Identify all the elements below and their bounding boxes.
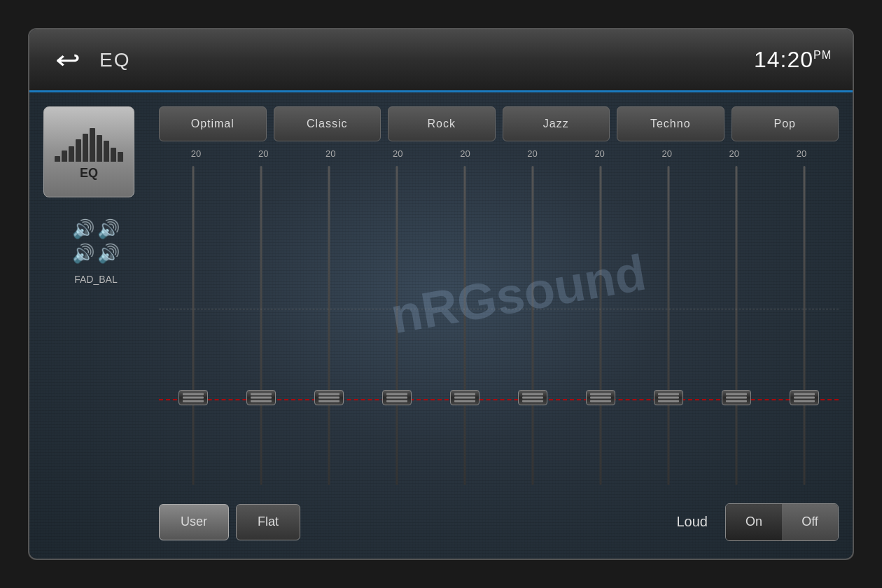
freq-labels: 20202020202020202020: [159, 148, 839, 159]
slider-track-line: [736, 166, 738, 485]
back-button[interactable]: ↩: [50, 43, 85, 78]
preset-btn-classic[interactable]: Classic: [274, 106, 382, 141]
preset-btn-rock[interactable]: Rock: [388, 106, 496, 141]
fad-bal-label: FAD_BAL: [74, 274, 117, 285]
mid-line: [159, 309, 839, 309]
eq-bars-icon: [55, 123, 123, 162]
slider-track-line: [804, 166, 806, 485]
slider-col-1: [172, 162, 214, 489]
slider-handle-body: [790, 390, 819, 405]
freq-label: 20: [720, 148, 748, 159]
preset-row: OptimalClassicRockJazzTechnoPop: [159, 106, 839, 141]
slider-col-5: [444, 162, 486, 489]
eq-icon-box[interactable]: EQ: [43, 106, 134, 197]
slider-col-10: [783, 162, 825, 489]
slider-handle-7[interactable]: [586, 390, 615, 405]
slider-handle-6[interactable]: [518, 390, 547, 405]
front-left-icon: 🔊: [72, 218, 94, 240]
freq-label: 20: [586, 148, 614, 159]
slider-col-7: [580, 162, 622, 489]
slider-track-line: [328, 166, 330, 485]
freq-label: 20: [653, 148, 681, 159]
left-panel: EQ 🔊 🔊 🔊 🔊 FAD_BAL: [43, 106, 148, 545]
slider-handle-2[interactable]: [246, 390, 276, 405]
loud-label: Loud: [677, 514, 708, 530]
slider-col-6: [512, 162, 554, 489]
sliders-track: [159, 162, 839, 489]
sliders-area: 20202020202020202020: [159, 148, 839, 492]
user-button[interactable]: User: [159, 504, 229, 540]
freq-label: 20: [316, 148, 344, 159]
page-title: EQ: [99, 49, 130, 71]
preset-btn-pop[interactable]: Pop: [732, 106, 839, 141]
header: ↩ EQ 14:20PM: [29, 29, 853, 92]
clock: 14:20PM: [754, 47, 832, 73]
fad-bal-control[interactable]: 🔊 🔊 🔊 🔊 FAD_BAL: [43, 218, 148, 285]
flat-button[interactable]: Flat: [236, 504, 300, 540]
loud-toggle: On Off: [725, 503, 839, 541]
loud-on-button[interactable]: On: [726, 504, 782, 540]
slider-handle-body: [246, 390, 276, 405]
slider-handle-4[interactable]: [382, 390, 412, 405]
screen: ↩ EQ 14:20PM EQ 🔊 🔊 🔊 🔊 FAD_BAL: [28, 28, 854, 560]
slider-track-line: [532, 166, 534, 485]
freq-label: 20: [788, 148, 816, 159]
time-value: 14:20: [754, 47, 813, 72]
eq-icon-label: EQ: [80, 166, 98, 181]
loud-off-button[interactable]: Off: [782, 504, 838, 540]
fad-icons: 🔊 🔊 🔊 🔊: [72, 218, 120, 265]
slider-handle-10[interactable]: [790, 390, 819, 405]
slider-col-2: [240, 162, 282, 489]
freq-label: 20: [182, 148, 210, 159]
ampm: PM: [813, 49, 832, 61]
freq-label: 20: [384, 148, 412, 159]
slider-col-4: [376, 162, 418, 489]
slider-track-line: [396, 166, 398, 485]
slider-col-9: [715, 162, 757, 489]
slider-handle-body: [722, 390, 751, 405]
slider-handle-body: [518, 390, 547, 405]
rear-right-icon: 🔊: [97, 243, 120, 265]
slider-handle-8[interactable]: [654, 390, 683, 405]
back-icon: ↩: [55, 46, 80, 75]
slider-handle-body: [586, 390, 615, 405]
slider-handle-body: [450, 390, 479, 405]
slider-handle-body: [314, 390, 344, 405]
slider-track-line: [668, 166, 670, 485]
slider-handle-body: [382, 390, 412, 405]
freq-label: 20: [451, 148, 479, 159]
freq-label: 20: [249, 148, 277, 159]
main-content: EQ 🔊 🔊 🔊 🔊 FAD_BAL OptimalClassicRockJaz…: [29, 92, 853, 559]
slider-handle-body: [178, 390, 208, 405]
slider-handle-5[interactable]: [450, 390, 479, 405]
slider-handle-1[interactable]: [178, 390, 208, 405]
bottom-controls: User Flat Loud On Off: [159, 499, 839, 545]
preset-btn-optimal[interactable]: Optimal: [159, 106, 267, 141]
slider-track-line: [260, 166, 262, 485]
rear-left-icon: 🔊: [72, 243, 94, 265]
slider-handle-3[interactable]: [314, 390, 344, 405]
slider-col-3: [308, 162, 350, 489]
front-right-icon: 🔊: [97, 218, 120, 240]
right-panel: OptimalClassicRockJazzTechnoPop 20202020…: [159, 106, 839, 545]
slider-track-line: [192, 166, 194, 485]
slider-handle-body: [654, 390, 683, 405]
slider-track-line: [600, 166, 602, 485]
slider-track-line: [463, 166, 465, 485]
slider-col-8: [648, 162, 690, 489]
slider-handle-9[interactable]: [722, 390, 751, 405]
freq-label: 20: [519, 148, 547, 159]
preset-btn-jazz[interactable]: Jazz: [503, 106, 610, 141]
sliders-container: [159, 159, 839, 492]
preset-btn-techno[interactable]: Techno: [617, 106, 724, 141]
